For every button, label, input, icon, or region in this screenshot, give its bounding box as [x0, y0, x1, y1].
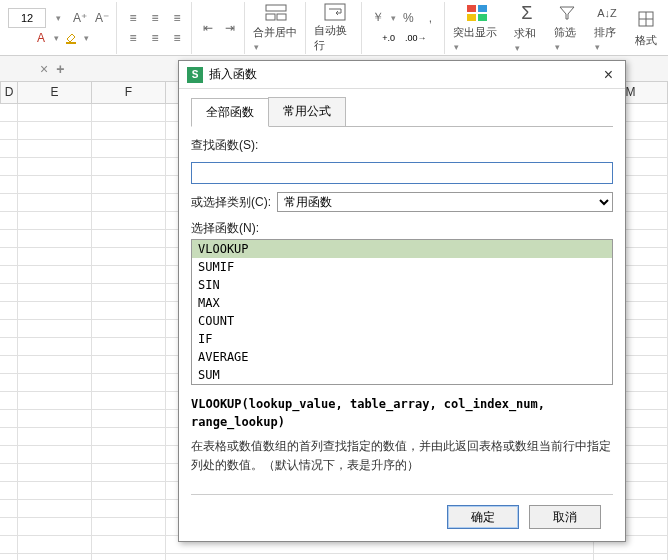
svg-rect-7 — [467, 14, 476, 21]
add-tab-icon[interactable]: + — [56, 61, 64, 77]
col-header-e[interactable]: E — [18, 82, 92, 103]
funnel-icon — [555, 4, 579, 23]
align-top-icon[interactable]: ≡ — [123, 8, 143, 28]
align-group: ≡ ≡ ≡ ≡ ≡ ≡ — [119, 2, 192, 54]
filter-button[interactable]: 筛选▾ — [548, 2, 586, 54]
col-header-d[interactable]: D — [0, 82, 18, 103]
decrease-decimal-icon[interactable]: .00→ — [401, 28, 431, 48]
merge-label: 合并居中 — [253, 26, 297, 38]
decrease-font-icon[interactable]: A⁻ — [92, 8, 112, 28]
decrease-indent-icon[interactable]: ⇤ — [198, 18, 218, 38]
wrap-icon — [323, 3, 347, 21]
format-button[interactable]: 格式 — [628, 2, 664, 54]
list-item[interactable]: SUM — [192, 366, 612, 384]
increase-font-icon[interactable]: A⁺ — [70, 8, 90, 28]
dialog-footer: 确定 取消 — [191, 494, 613, 533]
close-tab-icon[interactable]: × — [40, 61, 48, 77]
close-icon[interactable]: × — [600, 66, 617, 84]
font-group: 12 ▾ A⁺ A⁻ A ▾ ▾ — [4, 2, 117, 54]
select-function-label: 选择函数(N): — [191, 220, 259, 237]
sigma-icon: Σ — [515, 3, 539, 24]
font-color-icon[interactable]: A — [31, 28, 51, 48]
wrap-label: 自动换行 — [314, 23, 355, 53]
list-item[interactable]: AVERAGE — [192, 348, 612, 366]
font-color-dropdown[interactable]: ▾ — [54, 33, 59, 43]
category-select[interactable]: 常用函数 — [277, 192, 613, 212]
svg-rect-6 — [478, 5, 487, 12]
ok-button[interactable]: 确定 — [447, 505, 519, 529]
align-middle-icon[interactable]: ≡ — [145, 8, 165, 28]
sum-label: 求和 — [514, 27, 536, 39]
font-size-input[interactable]: 12 — [8, 8, 46, 28]
sort-button[interactable]: A↓Z 排序▾ — [588, 2, 626, 54]
cell-styles-button[interactable]: 突出显示▾ — [447, 2, 505, 54]
highlight-label: 突出显示 — [453, 26, 497, 38]
svg-rect-3 — [277, 14, 286, 20]
align-bottom-icon[interactable]: ≡ — [167, 8, 187, 28]
align-right-icon[interactable]: ≡ — [167, 28, 187, 48]
dialog-title: 插入函数 — [209, 66, 257, 83]
svg-rect-5 — [467, 5, 476, 12]
fill-color-dropdown[interactable]: ▾ — [84, 33, 89, 43]
sort-label: 排序 — [594, 26, 616, 38]
function-signature: VLOOKUP(lookup_value, table_array, col_i… — [191, 395, 613, 431]
merge-center-button[interactable]: 合并居中▾ — [247, 2, 306, 54]
tab-common-formulas[interactable]: 常用公式 — [268, 97, 346, 126]
search-input[interactable] — [191, 162, 613, 184]
tab-all-functions[interactable]: 全部函数 — [191, 98, 269, 127]
cancel-button[interactable]: 取消 — [529, 505, 601, 529]
list-item[interactable]: IF — [192, 330, 612, 348]
filter-label: 筛选 — [554, 26, 576, 38]
font-size-dropdown[interactable]: ▾ — [48, 8, 68, 28]
autosum-button[interactable]: Σ 求和▾ — [508, 2, 546, 54]
fill-color-icon[interactable] — [61, 28, 81, 48]
sort-icon: A↓Z — [595, 4, 619, 23]
comma-icon[interactable]: , — [420, 8, 440, 28]
svg-rect-4 — [325, 4, 345, 20]
percent-icon[interactable]: % — [398, 8, 418, 28]
indent-group: ⇤ ⇥ — [194, 2, 245, 54]
align-center-icon[interactable]: ≡ — [145, 28, 165, 48]
number-group: ￥▾ % , +.0 .00→ — [364, 2, 445, 54]
function-description: 在表格或数值数组的首列查找指定的数值，并由此返回表格或数组当前行中指定列处的数值… — [191, 437, 613, 475]
format-label: 格式 — [635, 34, 657, 46]
category-label: 或选择类别(C): — [191, 194, 271, 211]
svg-rect-8 — [478, 14, 487, 21]
dialog-tabs: 全部函数 常用公式 — [191, 97, 613, 127]
list-item[interactable]: MAX — [192, 294, 612, 312]
ribbon-toolbar: 12 ▾ A⁺ A⁻ A ▾ ▾ ≡ ≡ ≡ ≡ ≡ ≡ ⇤ ⇥ — [0, 0, 668, 56]
list-item[interactable]: VLOOKUP — [192, 240, 612, 258]
list-item[interactable]: COUNT — [192, 312, 612, 330]
wrap-text-button[interactable]: 自动换行 — [308, 2, 362, 54]
app-icon: S — [187, 67, 203, 83]
search-label: 查找函数(S): — [191, 137, 258, 154]
insert-function-dialog: S 插入函数 × 全部函数 常用公式 查找函数(S): 或选择类别(C): 常用… — [178, 60, 626, 542]
currency-icon[interactable]: ￥ — [368, 8, 388, 28]
dialog-titlebar[interactable]: S 插入函数 × — [179, 61, 625, 89]
increase-decimal-icon[interactable]: +.0 — [378, 28, 399, 48]
increase-indent-icon[interactable]: ⇥ — [220, 18, 240, 38]
col-header-f[interactable]: F — [92, 82, 166, 103]
list-item[interactable]: SIN — [192, 276, 612, 294]
merge-icon — [264, 4, 288, 23]
function-listbox[interactable]: VLOOKUP SUMIF SIN MAX COUNT IF AVERAGE S… — [191, 239, 613, 385]
align-left-icon[interactable]: ≡ — [123, 28, 143, 48]
format-icon — [634, 7, 658, 31]
styles-icon — [465, 4, 489, 23]
grid-row[interactable] — [0, 554, 668, 560]
list-item[interactable]: SUMIF — [192, 258, 612, 276]
svg-rect-0 — [66, 42, 76, 44]
svg-rect-1 — [266, 5, 286, 11]
svg-rect-2 — [266, 14, 275, 20]
